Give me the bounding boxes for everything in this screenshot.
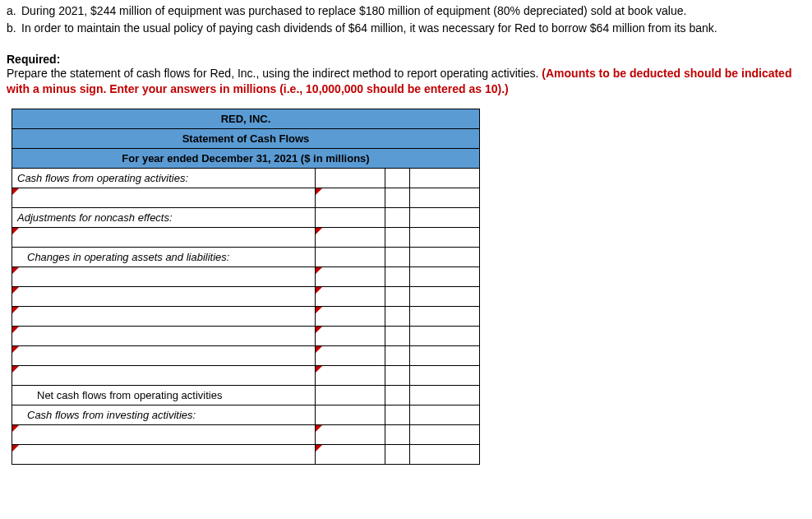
cell-blank bbox=[410, 207, 480, 227]
change-line-select[interactable] bbox=[12, 365, 316, 385]
change-line-value[interactable] bbox=[316, 266, 385, 286]
cell-blank bbox=[410, 424, 480, 444]
cell-gap bbox=[385, 326, 410, 345]
cell-blank bbox=[410, 286, 480, 306]
required-label: Required: bbox=[7, 53, 805, 66]
cell-gap bbox=[385, 286, 410, 306]
cell-gap bbox=[385, 444, 410, 464]
inv-line-value[interactable] bbox=[316, 424, 385, 444]
required-text: Prepare the statement of cash flows for … bbox=[7, 66, 805, 97]
cell-blank bbox=[316, 168, 385, 188]
inv-line-select[interactable] bbox=[12, 424, 316, 444]
cell-gap bbox=[385, 405, 410, 424]
cell-blank bbox=[316, 385, 385, 405]
op-activities-header: Cash flows from operating activities: bbox=[12, 168, 316, 188]
change-line-value[interactable] bbox=[316, 345, 385, 365]
intro-list: a.During 2021, $244 million of equipment… bbox=[7, 3, 805, 36]
intro-item-b: b.In order to maintain the usual policy … bbox=[7, 21, 805, 36]
changes-header: Changes in operating assets and liabilit… bbox=[12, 247, 316, 266]
cell-blank bbox=[316, 247, 385, 266]
sheet-period: For year ended December 31, 2021 ($ in m… bbox=[12, 148, 480, 168]
item-text: In order to maintain the usual policy of… bbox=[21, 21, 717, 35]
adjustments-header: Adjustments for noncash effects: bbox=[12, 207, 316, 227]
required-plain: Prepare the statement of cash flows for … bbox=[7, 67, 542, 80]
sheet-title: RED, INC. bbox=[12, 109, 480, 128]
op-line-value[interactable] bbox=[316, 188, 385, 207]
change-line-value[interactable] bbox=[316, 365, 385, 385]
adj-line-value[interactable] bbox=[316, 227, 385, 247]
net-op-label: Net cash flows from operating activities bbox=[12, 385, 316, 405]
item-marker: a. bbox=[7, 3, 21, 19]
cell-gap bbox=[385, 266, 410, 286]
cashflow-table: RED, INC. Statement of Cash Flows For ye… bbox=[12, 109, 480, 465]
inv-activities-header: Cash flows from investing activities: bbox=[12, 405, 316, 424]
item-marker: b. bbox=[7, 21, 21, 36]
inv-line-value[interactable] bbox=[316, 444, 385, 464]
cell-blank bbox=[410, 444, 480, 464]
change-line-select[interactable] bbox=[12, 345, 316, 365]
cell-blank bbox=[410, 306, 480, 326]
cell-blank bbox=[410, 326, 480, 345]
cell-blank bbox=[410, 365, 480, 385]
cell-gap bbox=[385, 385, 410, 405]
cell-blank bbox=[410, 188, 480, 207]
cell-gap bbox=[385, 207, 410, 227]
cell-blank bbox=[410, 266, 480, 286]
cell-blank bbox=[316, 207, 385, 227]
cell-blank bbox=[410, 345, 480, 365]
cell-blank bbox=[410, 405, 480, 424]
op-line-select[interactable] bbox=[12, 188, 316, 207]
change-line-value[interactable] bbox=[316, 326, 385, 345]
sheet-subtitle: Statement of Cash Flows bbox=[12, 128, 480, 148]
cell-blank bbox=[410, 247, 480, 266]
cell-gap bbox=[385, 168, 410, 188]
adj-line-select[interactable] bbox=[12, 227, 316, 247]
item-text: During 2021, $244 million of equipment w… bbox=[21, 4, 686, 17]
cell-gap bbox=[385, 365, 410, 385]
inv-line-select[interactable] bbox=[12, 444, 316, 464]
cell-gap bbox=[385, 188, 410, 207]
cell-blank bbox=[410, 227, 480, 247]
change-line-select[interactable] bbox=[12, 326, 316, 345]
net-op-total[interactable] bbox=[410, 385, 480, 405]
cell-gap bbox=[385, 227, 410, 247]
cell-blank bbox=[410, 168, 480, 188]
cell-gap bbox=[385, 247, 410, 266]
cell-gap bbox=[385, 306, 410, 326]
change-line-select[interactable] bbox=[12, 266, 316, 286]
required-block: Required: Prepare the statement of cash … bbox=[7, 53, 805, 97]
change-line-select[interactable] bbox=[12, 306, 316, 326]
cell-blank bbox=[316, 405, 385, 424]
cell-gap bbox=[385, 424, 410, 444]
change-line-select[interactable] bbox=[12, 286, 316, 306]
intro-item-a: a.During 2021, $244 million of equipment… bbox=[7, 3, 805, 19]
change-line-value[interactable] bbox=[316, 306, 385, 326]
change-line-value[interactable] bbox=[316, 286, 385, 306]
cell-gap bbox=[385, 345, 410, 365]
